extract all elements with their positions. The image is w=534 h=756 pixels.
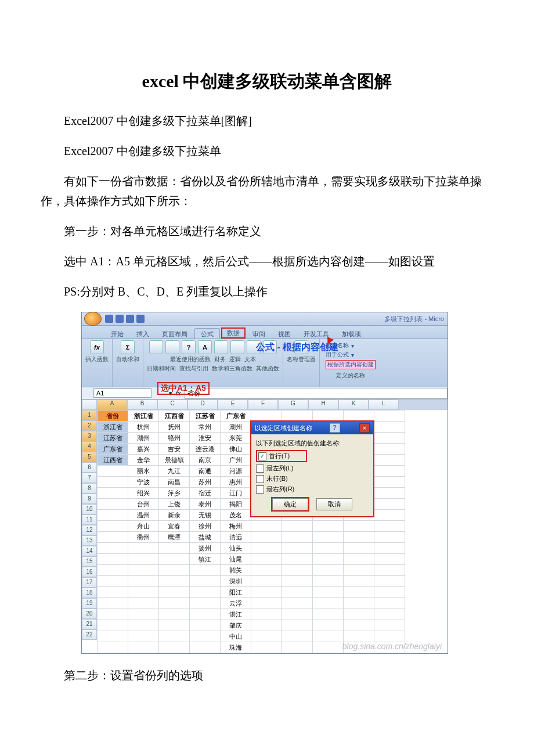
cell-G11[interactable] (282, 521, 313, 532)
cell-D10[interactable]: 无锡 (190, 510, 221, 521)
cell-L20[interactable] (374, 620, 405, 631)
cell-L14[interactable] (374, 554, 405, 565)
cell-F11[interactable] (251, 521, 282, 532)
cell-A19[interactable] (98, 609, 128, 620)
col-header-H[interactable]: H (308, 399, 338, 410)
cell-C18[interactable] (159, 598, 190, 609)
insert-fn-icon[interactable]: fx (90, 340, 104, 354)
row-header-7[interactable]: 7 (82, 473, 97, 483)
cell-F21[interactable] (251, 631, 282, 642)
cell-E17[interactable]: 阳江 (221, 587, 251, 598)
opt-left-col[interactable]: 最左列(L) (256, 464, 369, 473)
name-box[interactable]: A1 (93, 388, 151, 398)
cell-D8[interactable]: 宿迁 (190, 488, 221, 499)
cell-B14[interactable] (128, 554, 159, 565)
cell-A3[interactable]: 江苏省 (98, 433, 128, 444)
cell-E4[interactable]: 佛山 (221, 444, 251, 455)
cell-D1[interactable]: 江苏省 (190, 411, 221, 422)
cell-C14[interactable] (159, 554, 190, 565)
col-header-K[interactable]: K (338, 399, 369, 410)
cell-B18[interactable] (128, 598, 159, 609)
cell-H13[interactable] (313, 543, 344, 554)
cell-B1[interactable]: 浙江省 (128, 411, 159, 422)
col-header-L[interactable]: L (369, 399, 399, 410)
cell-C15[interactable] (159, 565, 190, 576)
cell-G21[interactable] (282, 631, 313, 642)
cell-E12[interactable]: 清远 (221, 532, 251, 543)
cell-L2[interactable] (374, 422, 405, 433)
row-header-18[interactable]: 18 (82, 588, 97, 598)
cell-C19[interactable] (159, 609, 190, 620)
cell-K21[interactable] (344, 631, 374, 642)
cell-A7[interactable] (98, 477, 128, 488)
cell-C1[interactable]: 江西省 (159, 411, 190, 422)
row-header-19[interactable]: 19 (82, 598, 97, 609)
cell-L15[interactable] (374, 565, 405, 576)
cell-D20[interactable] (190, 620, 221, 631)
recent-fn-icon[interactable] (149, 340, 163, 354)
cell-L17[interactable] (374, 587, 405, 598)
cell-B4[interactable]: 嘉兴 (128, 444, 159, 455)
row-header-15[interactable]: 15 (82, 556, 97, 567)
cell-B9[interactable]: 台州 (128, 499, 159, 510)
opt-right-col[interactable]: 最右列(R) (256, 485, 369, 494)
cell-F12[interactable] (251, 532, 282, 543)
cell-D17[interactable] (190, 587, 221, 598)
cell-E9[interactable]: 揭阳 (221, 499, 251, 510)
checkbox-icon[interactable] (256, 485, 264, 494)
cell-A21[interactable] (98, 631, 128, 642)
cell-E8[interactable]: 江门 (221, 488, 251, 499)
checkbox-checked-icon[interactable]: ✓ (258, 452, 266, 460)
cell-D12[interactable]: 盐城 (190, 532, 221, 543)
cell-A11[interactable] (98, 521, 128, 532)
cell-L18[interactable] (374, 598, 405, 609)
cell-G18[interactable] (282, 598, 313, 609)
cell-A2[interactable]: 浙江省 (98, 422, 128, 433)
cell-B6[interactable]: 丽水 (128, 466, 159, 477)
cell-G13[interactable] (282, 543, 313, 554)
cell-H20[interactable] (313, 620, 344, 631)
cell-D13[interactable]: 扬州 (190, 543, 221, 554)
cell-D3[interactable]: 淮安 (190, 433, 221, 444)
cell-A17[interactable] (98, 587, 128, 598)
col-header-E[interactable]: E (218, 399, 248, 410)
cell-K14[interactable] (344, 554, 374, 565)
opt-bottom-row[interactable]: 末行(B) (256, 474, 369, 483)
cell-C8[interactable]: 萍乡 (159, 488, 190, 499)
formula-bar[interactable]: 省份 (185, 388, 448, 399)
cell-D21[interactable] (190, 631, 221, 642)
cell-L12[interactable] (374, 532, 405, 543)
col-header-F[interactable]: F (248, 399, 278, 410)
cell-B22[interactable] (128, 642, 159, 653)
cell-C11[interactable]: 宜春 (159, 521, 190, 532)
dialog-help-icon[interactable]: ? (330, 423, 340, 433)
cell-D11[interactable]: 徐州 (190, 521, 221, 532)
cell-L16[interactable] (374, 576, 405, 587)
cell-C17[interactable] (159, 587, 190, 598)
cell-C20[interactable] (159, 620, 190, 631)
cell-L4[interactable] (374, 444, 405, 455)
cell-K1[interactable] (344, 411, 374, 422)
lookup-icon[interactable] (230, 340, 244, 354)
cell-L11[interactable] (374, 521, 405, 532)
cell-D7[interactable]: 苏州 (190, 477, 221, 488)
col-header-A[interactable]: A (97, 399, 127, 410)
cell-E21[interactable]: 中山 (221, 631, 251, 642)
save-icon[interactable] (105, 315, 113, 323)
cell-C12[interactable]: 鹰潭 (159, 532, 190, 543)
row-header-16[interactable]: 16 (82, 567, 97, 577)
create-from-selection-link[interactable]: 根据所选内容创建 (327, 361, 374, 369)
tab-review[interactable]: 审阅 (247, 329, 271, 339)
cell-G16[interactable] (282, 576, 313, 587)
tab-layout[interactable]: 页面布局 (156, 329, 193, 339)
cell-C9[interactable]: 上饶 (159, 499, 190, 510)
cell-A10[interactable] (98, 510, 128, 521)
cell-C21[interactable] (159, 631, 190, 642)
cell-L6[interactable] (374, 466, 405, 477)
cell-E20[interactable]: 肇庆 (221, 620, 251, 631)
tab-home[interactable]: 开始 (105, 329, 129, 339)
cell-H15[interactable] (313, 565, 344, 576)
cell-B16[interactable] (128, 576, 159, 587)
row-header-17[interactable]: 17 (82, 577, 97, 588)
cell-F22[interactable] (251, 642, 282, 653)
